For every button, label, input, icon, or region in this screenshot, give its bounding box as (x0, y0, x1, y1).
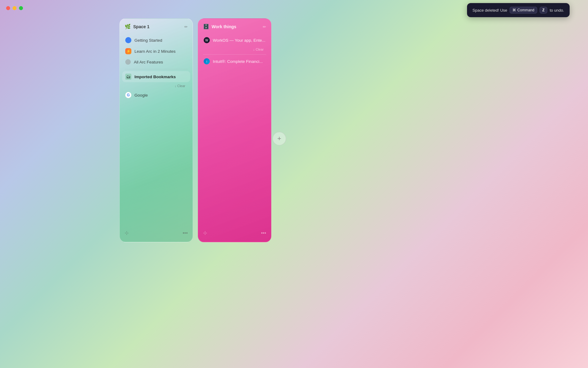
intuit-label: Intuit®: Complete Financi... (213, 59, 263, 64)
space1-items: Getting Started ⚡ Learn Arc in 2 Minutes… (120, 35, 193, 226)
sidebar-item-imported-bookmarks[interactable]: 🗂 Imported Bookmarks (122, 71, 190, 82)
workos-icon: W (204, 37, 210, 43)
space1-header-left: 🌿 Space 1 (125, 24, 149, 30)
imported-bookmarks-icon: 🗂 (125, 74, 131, 80)
imported-bookmarks-label: Imported Bookmarks (134, 75, 176, 79)
divider1 (125, 69, 188, 69)
spaces-container: 🌿 Space 1 ✏ Getting Started ⚡ Learn Arc … (119, 18, 271, 242)
getting-started-label: Getting Started (134, 38, 162, 43)
sidebar-item-intuit[interactable]: i Intuit®: Complete Financi... (201, 56, 269, 67)
traffic-lights (6, 6, 23, 10)
toast-notification: Space deleted! Use ⌘ Command Z to undo. (467, 3, 570, 17)
sidebar-item-getting-started[interactable]: Getting Started (122, 35, 190, 46)
space2-card: 🗄️ Work things ✏ W WorkOS — Your app, En… (198, 18, 271, 242)
space1-clear-section: ↓ Clear (122, 83, 190, 88)
divider2 (203, 54, 266, 55)
all-arc-icon (125, 59, 131, 65)
getting-started-icon (125, 37, 131, 43)
space1-title: Space 1 (133, 24, 149, 29)
space2-edit-icon[interactable]: ✏ (263, 25, 266, 29)
space1-icon: 🌿 (125, 24, 131, 30)
toast-z-key: Z (540, 7, 547, 13)
add-space-container: + (273, 132, 286, 145)
add-space-icon: + (277, 135, 281, 143)
learn-arc-icon: ⚡ (125, 48, 131, 54)
close-button[interactable] (6, 6, 10, 10)
space2-more-icon[interactable]: ••• (261, 230, 266, 236)
space1-edit-icon[interactable]: ✏ (184, 25, 188, 29)
space2-title: Work things (212, 24, 236, 29)
space1-more-icon[interactable]: ••• (183, 230, 188, 236)
space2-header: 🗄️ Work things ✏ (198, 24, 271, 30)
workos-label: WorkOS — Your app, Ente... (213, 38, 266, 43)
sidebar-item-google[interactable]: G Google (122, 90, 190, 101)
toast-message: Space deleted! Use (473, 8, 507, 13)
space2-footer: ⊹ ••• (198, 226, 271, 237)
space1-move-icon[interactable]: ⊹ (125, 230, 129, 236)
toast-suffix: to undo. (550, 8, 564, 13)
space2-move-icon[interactable]: ⊹ (203, 230, 207, 236)
space1-clear-btn[interactable]: ↓ Clear (175, 84, 185, 88)
space2-clear-section: ↓ Clear (201, 47, 269, 52)
sidebar-item-all-arc[interactable]: All Arc Features (122, 57, 190, 67)
space2-icon: 🗄️ (203, 24, 209, 30)
space2-items: W WorkOS — Your app, Ente... ↓ Clear i I… (198, 35, 271, 226)
intuit-icon: i (204, 58, 210, 64)
cmd-symbol: ⌘ (512, 8, 516, 12)
space1-footer: ⊹ ••• (120, 226, 193, 237)
sidebar-item-workos[interactable]: W WorkOS — Your app, Ente... (201, 35, 269, 46)
space2-header-left: 🗄️ Work things (203, 24, 236, 30)
all-arc-label: All Arc Features (134, 60, 163, 64)
sidebar-item-learn-arc[interactable]: ⚡ Learn Arc in 2 Minutes (122, 46, 190, 57)
learn-arc-label: Learn Arc in 2 Minutes (134, 49, 175, 54)
google-label: Google (134, 93, 148, 98)
minimize-button[interactable] (13, 6, 17, 10)
toast-command-badge: ⌘ Command (510, 7, 537, 13)
space1-card: 🌿 Space 1 ✏ Getting Started ⚡ Learn Arc … (119, 18, 193, 242)
cmd-label: Command (517, 8, 534, 12)
google-icon: G (125, 92, 131, 98)
add-space-button[interactable]: + (273, 132, 286, 145)
space1-header: 🌿 Space 1 ✏ (120, 24, 193, 30)
space2-clear-btn[interactable]: ↓ Clear (253, 48, 264, 51)
maximize-button[interactable] (19, 6, 23, 10)
